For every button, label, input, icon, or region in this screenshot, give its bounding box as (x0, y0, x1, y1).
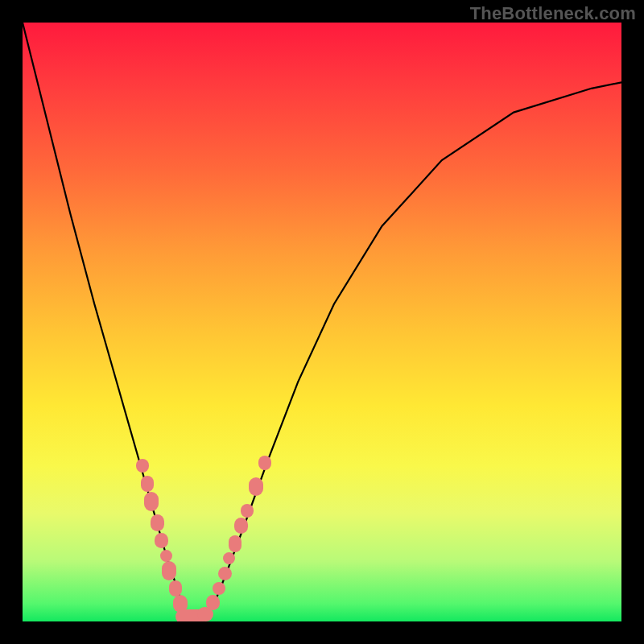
watermark-text: TheBottleneck.com (470, 3, 636, 24)
curve-marker (241, 504, 254, 517)
curve-marker (169, 580, 182, 596)
curve-marker (206, 595, 219, 610)
bottleneck-curve (23, 23, 621, 621)
curve-marker (218, 567, 231, 581)
curve-marker (162, 561, 176, 580)
curve-marker (144, 492, 159, 511)
curve-marker (234, 518, 247, 533)
curve-marker (229, 535, 242, 552)
curve-marker (141, 476, 154, 491)
curve-marker (249, 477, 263, 495)
curve-marker (258, 456, 271, 470)
curve-marker (151, 514, 163, 531)
curve-marker (155, 533, 167, 548)
chart-frame: TheBottleneck.com (0, 0, 644, 644)
curve-marker (136, 459, 149, 472)
curve-marker (160, 550, 172, 562)
plot-area (23, 23, 621, 621)
